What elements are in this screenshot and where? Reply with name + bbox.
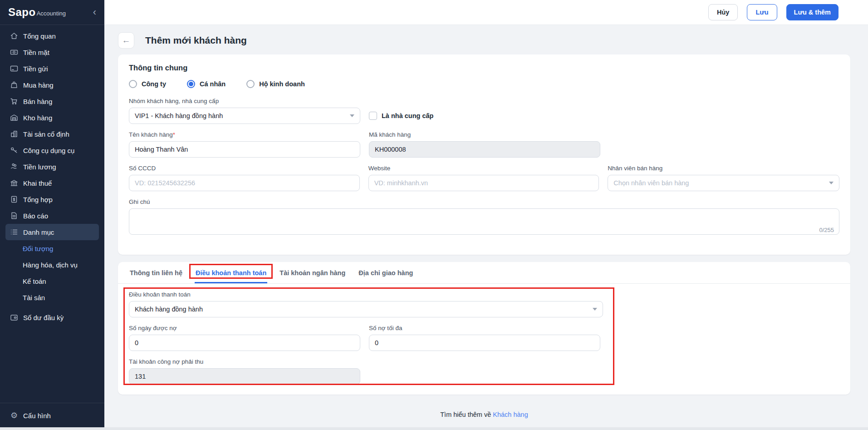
sidebar-item-tong-hop[interactable]: Tổng hợp: [5, 191, 99, 208]
list-icon: [10, 227, 19, 237]
logo-suffix: Accounting: [37, 10, 66, 17]
chevron-down-icon: [829, 182, 834, 184]
customer-group-value: VIP1 - Khách hàng đồng hành: [135, 112, 223, 119]
sidebar-item-mua-hang[interactable]: Mua hàng: [5, 77, 99, 93]
tab-contact-info[interactable]: Thông tin liên hệ: [129, 262, 183, 283]
sidebar-item-label: Báo cáo: [23, 212, 48, 220]
learn-more-footer: Tìm hiểu thêm về Khách hàng: [118, 411, 850, 418]
building-icon: [10, 129, 19, 138]
sidebar-item-khai-thue[interactable]: Khai thuế: [5, 175, 99, 191]
sidebar-item-bao-cao[interactable]: Báo cáo: [5, 208, 99, 224]
save-button[interactable]: Lưu: [747, 4, 777, 20]
page-title: Thêm mới khách hàng: [145, 35, 247, 46]
sidebar-item-tai-san-co-dinh[interactable]: Tài sản cố định: [5, 126, 99, 142]
cccd-label: Số CCCD: [129, 165, 360, 172]
sidebar-item-label: Khai thuế: [23, 179, 52, 187]
sidebar-nav: Tổng quan Tiền mặt Tiền gửi Mua hàng Bán…: [0, 25, 104, 326]
sidebar-subitem-tai-san[interactable]: Tài sản: [0, 289, 104, 306]
tax-bank-icon: [10, 178, 19, 188]
shopping-cart-icon: [10, 97, 19, 106]
cancel-button[interactable]: Hủy: [708, 4, 738, 20]
is-supplier-checkbox-row[interactable]: Là nhà cung cấp: [369, 112, 433, 120]
max-debt-label: Số nợ tối đa: [369, 325, 600, 331]
bottom-edge-strip: [0, 427, 868, 430]
sidebar-item-tong-quan[interactable]: Tổng quan: [5, 28, 99, 44]
max-debt-input[interactable]: [369, 335, 600, 351]
general-info-card: Thông tin chung Công ty Cá nhân Hộ kinh …: [118, 54, 850, 255]
sidebar-subitem-hang-hoa-dich-vu[interactable]: Hàng hóa, dịch vụ: [0, 257, 104, 273]
radio-cong-ty[interactable]: Công ty: [129, 80, 166, 88]
ledger-icon: [10, 195, 19, 204]
payment-term-label: Điều khoản thanh toán: [129, 291, 839, 298]
sidebar-item-label: Mua hàng: [23, 81, 54, 89]
page-header: ← Thêm mới khách hàng: [118, 32, 247, 49]
tab-bar: Thông tin liên hệ Điều khoản thanh toán …: [118, 262, 850, 284]
sidebar-subitem-doi-tuong[interactable]: Đối tượng: [0, 240, 104, 257]
sidebar-item-kho-hang[interactable]: Kho hàng: [5, 109, 99, 126]
sidebar-footer: ⚙ Cấu hình: [0, 403, 104, 424]
label-text: Tên khách hàng: [129, 131, 173, 138]
sidebar-item-cau-hinh[interactable]: ⚙ Cấu hình: [5, 407, 99, 424]
chevron-down-icon: [350, 114, 354, 117]
tab-bank-accounts[interactable]: Tài khoản ngân hàng: [279, 262, 346, 283]
radio-label: Công ty: [142, 80, 166, 88]
sidebar-item-label: Kho hàng: [23, 114, 52, 122]
payroll-icon: [10, 162, 19, 171]
receivable-account-input: [129, 368, 360, 385]
tab-label: Tài khoản ngân hàng: [280, 269, 345, 277]
sales-staff-select[interactable]: Chọn nhân viên bán hàng: [608, 175, 839, 191]
sidebar-item-tien-luong[interactable]: Tiền lương: [5, 158, 99, 175]
sidebar-item-label: Tiền mặt: [23, 49, 49, 56]
customer-group-select[interactable]: VIP1 - Khách hàng đồng hành: [129, 108, 360, 124]
checkbox-icon: [369, 112, 377, 120]
save-and-add-button[interactable]: Lưu & thêm: [786, 4, 839, 20]
receivable-account-label: Tài khoản công nợ phải thu: [129, 358, 360, 365]
sidebar-item-label: Cấu hình: [23, 412, 51, 420]
sidebar-item-label: Tiền gửi: [23, 65, 48, 73]
radio-ho-kinh-doanh[interactable]: Hộ kinh doanh: [246, 80, 305, 88]
sidebar-item-label: Công cụ dụng cụ: [23, 147, 74, 154]
back-button[interactable]: ←: [118, 32, 134, 49]
sidebar-item-tien-mat[interactable]: Tiền mặt: [5, 44, 99, 60]
radio-icon: [246, 80, 255, 88]
home-icon: [10, 31, 19, 40]
collapse-sidebar-icon[interactable]: ‹: [91, 7, 98, 17]
sidebar-item-cong-cu-dung-cu[interactable]: Công cụ dụng cụ: [5, 142, 99, 158]
customer-help-link[interactable]: Khách hàng: [493, 411, 528, 418]
detail-tabs-card: Thông tin liên hệ Điều khoản thanh toán …: [118, 262, 850, 395]
customer-type-radio-group: Công ty Cá nhân Hộ kinh doanh: [129, 80, 839, 88]
tab-payment-terms[interactable]: Điều khoản thanh toán: [195, 262, 267, 283]
customer-name-input[interactable]: [129, 141, 360, 158]
customer-code-label: Mã khách hàng: [369, 131, 600, 138]
customer-code-input: [369, 141, 600, 158]
sidebar-subitem-label: Đối tượng: [23, 245, 53, 252]
sidebar: Sapo Accounting ‹ Tổng quan Tiền mặt Tiề…: [0, 0, 104, 427]
sidebar-item-label: Tài sản cố định: [23, 130, 69, 138]
radio-ca-nhan[interactable]: Cá nhân: [187, 80, 226, 88]
payment-term-select[interactable]: Khách hàng đồng hành: [129, 301, 603, 317]
cccd-input[interactable]: [129, 175, 360, 191]
sidebar-item-label: Danh mục: [23, 228, 54, 236]
sidebar-item-ban-hang[interactable]: Bán hàng: [5, 93, 99, 109]
main-content: ← Thêm mới khách hàng Thông tin chung Cô…: [104, 25, 868, 427]
sidebar-subitem-label: Hàng hóa, dịch vụ: [23, 261, 78, 269]
note-textarea[interactable]: [129, 208, 839, 235]
sidebar-item-danh-muc[interactable]: Danh mục: [5, 224, 99, 240]
gear-icon: ⚙: [10, 410, 19, 420]
wallet-icon: [10, 313, 19, 322]
tab-shipping-addresses[interactable]: Địa chỉ giao hàng: [358, 262, 414, 283]
sidebar-item-label: Tổng hợp: [23, 196, 53, 203]
sidebar-subitem-ke-toan[interactable]: Kế toán: [0, 273, 104, 289]
radio-icon: [129, 80, 137, 88]
website-input[interactable]: [368, 175, 599, 191]
warehouse-icon: [10, 113, 19, 122]
tab-label: Điều khoản thanh toán: [196, 269, 266, 277]
sidebar-item-so-du-dau-ky[interactable]: Số dư đầu kỳ: [5, 309, 99, 326]
tab-label: Thông tin liên hệ: [130, 269, 182, 277]
debt-days-input[interactable]: [129, 335, 360, 351]
learn-more-text: Tìm hiểu thêm về: [440, 411, 491, 418]
is-supplier-label: Là nhà cung cấp: [382, 112, 433, 119]
tools-icon: [10, 146, 19, 155]
bank-card-icon: [10, 64, 19, 73]
sidebar-item-tien-gui[interactable]: Tiền gửi: [5, 60, 99, 77]
